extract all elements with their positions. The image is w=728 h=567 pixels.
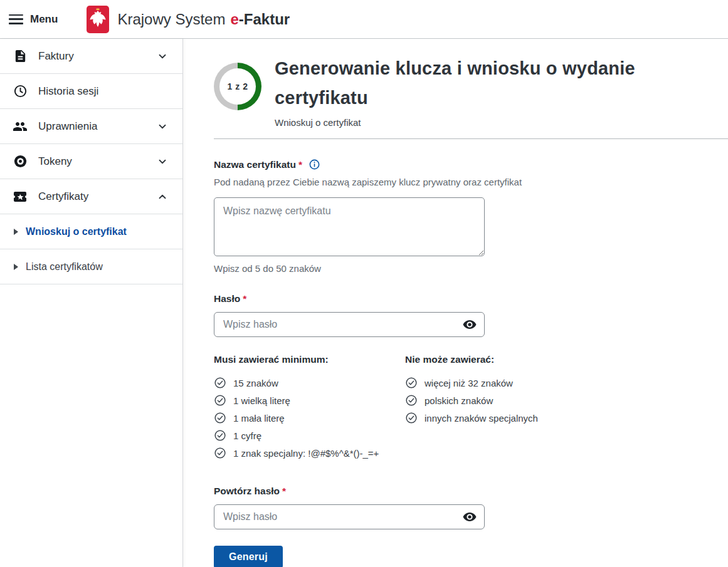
check-circle-icon (214, 377, 226, 389)
certificate-form: Nazwa certyfikatu* Pod nadaną przez Cieb… (214, 159, 485, 567)
sidebar-subitem-wnioskuj-o-certyfikat[interactable]: Wnioskuj o certyfikat (0, 214, 182, 249)
required-asterisk: * (243, 293, 246, 304)
menu-label: Menu (30, 13, 58, 26)
required-asterisk: * (282, 486, 286, 497)
password-label-row: Hasło* (214, 293, 485, 304)
sidebar-item-certyfikaty[interactable]: Certyfikaty (0, 179, 182, 214)
sidebar-subitem-label: Wnioskuj o certyfikat (26, 226, 127, 237)
head-divider (214, 138, 728, 139)
password-label: Hasło (214, 293, 240, 304)
sidebar-nav: Faktury Historia sesji Uprawnienia (0, 39, 183, 567)
repeat-password-label-row: Powtórz hasło* (214, 486, 485, 497)
poland-emblem-icon (87, 6, 109, 33)
check-circle-icon (405, 394, 418, 407)
show-password-button[interactable] (462, 317, 477, 332)
rule-item: innych znaków specjalnych (405, 409, 538, 427)
main-content: 1 z 2 Generowanie klucza i wniosku o wyd… (183, 39, 728, 567)
clock-icon (13, 84, 28, 99)
menu-button[interactable]: Menu (9, 13, 58, 26)
check-circle-icon (214, 447, 226, 459)
repeat-password-label: Powtórz hasło (214, 486, 280, 497)
eye-icon (462, 317, 477, 332)
sidebar-item-uprawnienia[interactable]: Uprawnienia (0, 109, 182, 144)
rule-item: 15 znaków (214, 374, 405, 392)
cert-name-input[interactable] (214, 197, 485, 256)
rules-not-column: Nie może zawierać: więcej niż 32 znaków … (405, 354, 538, 462)
rule-item: polskich znaków (405, 392, 538, 409)
password-rules: Musi zawierać minimum: 15 znaków 1 wielk… (214, 354, 565, 462)
brand: Krajowy System e -Faktur (87, 6, 290, 33)
rule-item: 1 cyfrę (214, 427, 405, 444)
rule-item: więcej niż 32 znaków (405, 374, 538, 392)
page-subtitle: Wnioskuj o certyfikat (275, 117, 714, 128)
brand-accent: e (230, 11, 238, 28)
check-circle-icon (214, 429, 226, 442)
step-progress-ring: 1 z 2 (214, 63, 261, 110)
cert-name-label-row: Nazwa certyfikatu* (214, 159, 485, 170)
brand-prefix: Krajowy System (117, 11, 225, 28)
cert-name-helper: Wpisz od 5 do 50 znaków (214, 263, 485, 274)
page-head: 1 z 2 Generowanie klucza i wniosku o wyd… (214, 54, 728, 128)
brand-title: Krajowy System e -Faktur (117, 11, 290, 28)
sidebar-item-label: Uprawnienia (38, 120, 98, 133)
sidebar-item-tokeny[interactable]: Tokeny (0, 144, 182, 179)
rules-must-title: Musi zawierać minimum: (214, 354, 405, 365)
check-circle-icon (405, 377, 418, 389)
cert-name-hint: Pod nadaną przez Ciebie nazwą zapiszemy … (214, 175, 552, 189)
sidebar-subitem-label: Lista certyfikatów (26, 261, 103, 273)
show-repeat-password-button[interactable] (462, 509, 477, 524)
eye-icon (462, 509, 477, 524)
token-disc-icon (13, 154, 28, 169)
rule-item: 1 wielką literę (214, 392, 405, 409)
rule-item: 1 znak specjalny: !@#$%^&*()-_=+ (214, 444, 405, 462)
cert-name-label: Nazwa certyfikatu (214, 159, 296, 170)
page-title: Generowanie klucza i wniosku o wydanie c… (275, 54, 714, 113)
top-header: Menu Krajowy System e -Faktur (0, 0, 728, 39)
check-circle-icon (214, 412, 226, 424)
chevron-down-icon (156, 155, 169, 168)
chevron-up-icon (156, 190, 169, 203)
triangle-right-icon (14, 229, 18, 235)
generate-button[interactable]: Generuj (214, 546, 283, 567)
brand-suffix: -Faktur (239, 11, 290, 28)
rules-must-column: Musi zawierać minimum: 15 znaków 1 wielk… (214, 354, 405, 462)
sidebar-item-label: Tokeny (38, 155, 72, 168)
repeat-password-input[interactable] (214, 504, 485, 529)
sidebar-item-historia-sesji[interactable]: Historia sesji (0, 74, 182, 109)
people-icon (13, 119, 28, 134)
hamburger-icon (9, 14, 23, 24)
sidebar-item-label: Faktury (38, 50, 74, 63)
chevron-down-icon (156, 120, 169, 133)
triangle-right-icon (14, 264, 18, 270)
sidebar-item-faktury[interactable]: Faktury (0, 39, 182, 74)
check-circle-icon (405, 412, 418, 424)
rule-item: 1 mała literę (214, 409, 405, 427)
certificate-ticket-icon (13, 189, 28, 204)
check-circle-icon (214, 394, 226, 407)
password-input[interactable] (214, 312, 485, 337)
required-asterisk: * (298, 159, 302, 170)
step-progress-label: 1 z 2 (219, 68, 256, 105)
sidebar-item-label: Historia sesji (38, 85, 98, 98)
invoice-document-icon (13, 49, 28, 64)
chevron-down-icon (156, 50, 169, 63)
info-icon[interactable] (309, 159, 320, 170)
sidebar-subitem-lista-certyfikatow[interactable]: Lista certyfikatów (0, 249, 182, 284)
app-window: Menu Krajowy System e -Faktur Faktury (0, 0, 728, 567)
sidebar-item-label: Certyfikaty (38, 190, 88, 203)
rules-not-title: Nie może zawierać: (405, 354, 538, 365)
